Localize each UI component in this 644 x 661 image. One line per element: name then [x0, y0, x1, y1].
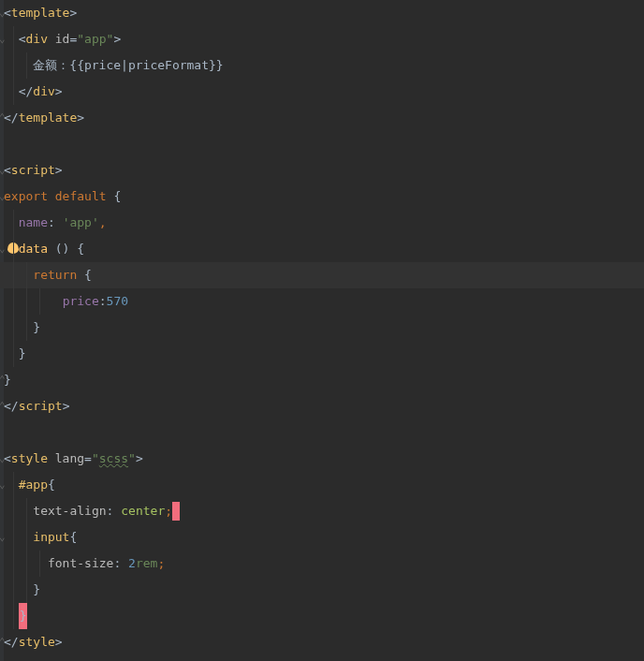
kw-default: default [55, 189, 114, 203]
tag-template: template [11, 6, 70, 20]
tag-script: script [11, 163, 55, 177]
code-line[interactable]: name: 'app', [0, 210, 644, 236]
tag-div-close: div [33, 84, 54, 98]
num-570: 570 [107, 294, 128, 308]
code-line[interactable]: ⌃</template> [0, 105, 644, 131]
code-line[interactable]: ⌃} [0, 367, 644, 393]
tag-style-close: style [19, 635, 55, 649]
code-line[interactable]: ⌃</style> [0, 629, 644, 655]
code-line[interactable]: } [0, 603, 644, 629]
css-2: 2 [128, 556, 136, 570]
tag-div: div [25, 32, 47, 46]
kw-return: return [33, 268, 84, 282]
code-line[interactable]: ⌄ <div id="app"> [0, 26, 644, 52]
css-rem: rem [136, 556, 157, 570]
sel-input: input [33, 530, 69, 544]
code-line[interactable]: ⌄export default { [0, 184, 644, 210]
string-app: 'app' [63, 215, 99, 229]
css-center: center [121, 504, 165, 518]
code-line[interactable]: ⌄<template> [0, 0, 644, 26]
code-line[interactable]: ⌄ data () { [0, 236, 644, 262]
code-line[interactable]: font-size: 2rem; [0, 551, 644, 577]
css-text-align: text-align [33, 504, 106, 518]
code-line[interactable]: ⌄ input{ [0, 524, 644, 551]
fn-data: data [19, 242, 48, 256]
code-line[interactable]: ⌄ #app{ [0, 472, 644, 498]
code-line[interactable] [0, 131, 644, 157]
code-line[interactable]: } [0, 315, 644, 341]
code-line[interactable] [0, 419, 644, 446]
attr-val-scss: scss [99, 451, 128, 465]
code-editor[interactable]: ⌄<template> ⌄ <div id="app"> 金额：{{price|… [0, 0, 644, 661]
text-expr: {{price|priceFormat}} [69, 58, 223, 72]
code-line[interactable]: </div> [0, 79, 644, 105]
code-line[interactable]: } [0, 341, 644, 367]
params: () [55, 242, 70, 256]
attr-lang: lang [55, 451, 84, 465]
error-brace: } [19, 603, 28, 629]
css-font-size: font-size [48, 556, 113, 570]
code-line[interactable]: price:570 [0, 288, 644, 315]
prop-price: price [63, 294, 99, 308]
tag-template-close: template [19, 110, 78, 125]
attr-id: id [55, 32, 70, 46]
sel-app: #app [19, 477, 48, 492]
cursor [172, 502, 180, 521]
code-line-active[interactable]: return { [0, 262, 644, 288]
attr-val-app: app [84, 32, 106, 46]
prop-name: name [19, 215, 48, 229]
code-line[interactable]: text-align: center; [0, 498, 644, 524]
code-line[interactable]: ⌃</script> [0, 393, 644, 419]
code-line[interactable]: ⌄<style lang="scss"> [0, 446, 644, 472]
tag-script-close: script [19, 399, 63, 413]
text-label: 金额： [33, 58, 69, 72]
code-line[interactable]: ⌄<script> [0, 157, 644, 184]
kw-export: export [4, 189, 55, 203]
code-line[interactable]: } [0, 577, 644, 603]
code-line[interactable]: 金额：{{price|priceFormat}} [0, 52, 644, 79]
tag-style: style [11, 451, 48, 465]
